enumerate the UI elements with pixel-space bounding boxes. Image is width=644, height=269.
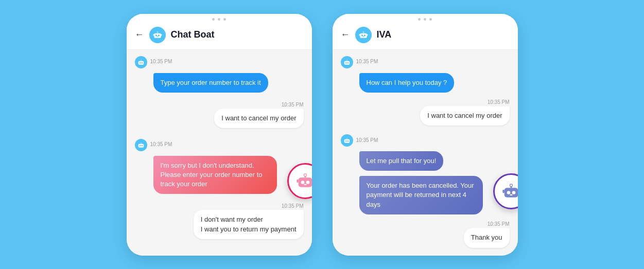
svg-rect-24: [297, 179, 298, 183]
timestamp-user-2-left: 10:35 PM: [282, 203, 304, 209]
user-ts-block-2-right: 10:35 PM Thank you: [341, 221, 510, 247]
phone-top-bar-right: [333, 14, 518, 23]
dot: [418, 18, 421, 21]
mini-bot-icon: [135, 56, 147, 68]
phone-right-title: IVA: [377, 29, 392, 40]
svg-point-43: [346, 138, 347, 139]
svg-point-27: [361, 34, 362, 36]
svg-point-10: [141, 62, 142, 63]
chat-body-left: 10:35 PM Type your order number to track…: [127, 50, 312, 256]
svg-point-40: [345, 140, 346, 141]
timestamp-bot-2-right: 10:35 PM: [356, 137, 378, 143]
dot: [212, 18, 215, 21]
bubble-bot-2a-right: Let me pull that for you!: [359, 151, 444, 171]
svg-rect-0: [154, 33, 161, 38]
bot-ts-row-1: 10:35 PM: [135, 56, 304, 68]
timestamp-bot-1-right: 10:35 PM: [356, 59, 378, 64]
bubble-user-1-left: I want to cancel my order: [214, 109, 303, 128]
timestamp-bot-2-left: 10:35 PM: [150, 141, 172, 147]
svg-point-20: [306, 181, 309, 184]
bot-ts-row-1-right: 10:35 PM: [341, 56, 510, 68]
mini-bot-icon-right-1: [341, 56, 353, 68]
svg-rect-29: [362, 36, 364, 37]
mini-bot-icon-right-2: [341, 134, 353, 147]
bubble-user-1-right: I want to cancel my order: [420, 106, 509, 125]
svg-rect-8: [138, 61, 144, 64]
svg-point-31: [362, 31, 364, 32]
msg-row-bot-1-left: Type your order number to track it: [135, 73, 304, 93]
user-ts-block-1-right: 10:35 PM I want to cancel my order: [341, 99, 510, 125]
svg-rect-18: [298, 177, 311, 187]
bot-ts-row-2-right: 10:35 PM: [341, 134, 510, 147]
dot: [218, 18, 220, 21]
svg-rect-39: [344, 139, 350, 143]
svg-rect-33: [367, 34, 368, 35]
svg-point-36: [347, 62, 348, 63]
svg-point-41: [347, 140, 348, 141]
svg-rect-26: [360, 33, 367, 38]
bot-avatar-right: [355, 27, 372, 43]
back-button-right[interactable]: ←: [341, 29, 350, 40]
bubble-user-2-left: I don't want my orderI want you to retur…: [194, 210, 304, 239]
svg-rect-50: [502, 189, 504, 193]
svg-point-12: [141, 60, 142, 61]
svg-point-45: [507, 191, 510, 194]
back-button-left[interactable]: ←: [135, 29, 144, 40]
timestamp-bot-1-left: 10:35 PM: [150, 59, 172, 64]
bubble-bot-2-left: I'm sorry but I don't understand. Please…: [153, 156, 277, 194]
svg-rect-6: [153, 34, 154, 35]
mini-bot-icon-2: [135, 139, 147, 151]
phone-left: ← Chat Boat: [127, 14, 312, 256]
svg-rect-3: [156, 36, 158, 37]
svg-point-46: [512, 191, 515, 194]
svg-point-2: [158, 34, 159, 36]
svg-point-17: [141, 142, 142, 144]
svg-rect-13: [138, 144, 144, 148]
msg-row-bot-2-left: I'm sorry but I don't understand. Please…: [135, 156, 304, 194]
phone-right: ← IVA: [333, 14, 518, 256]
bot-avatar-left: [149, 27, 166, 43]
svg-rect-32: [359, 34, 360, 35]
bubble-bot-1-right: How can I help you today ?: [359, 73, 455, 93]
dot: [424, 18, 426, 21]
svg-point-28: [363, 34, 365, 36]
phone-top-bar-left: [127, 14, 312, 23]
user-ts-block-1-left: 10:35 PM I want to cancel my order: [135, 102, 304, 128]
timestamp-user-2-right: 10:35 PM: [488, 221, 510, 227]
svg-point-49: [510, 184, 512, 186]
svg-point-9: [140, 62, 141, 63]
bubble-bot-1-left: Type your order number to track it: [153, 73, 268, 93]
user-ts-block-2-left: 10:35 PM I don't want my orderI want you…: [135, 203, 304, 239]
bubble-bot-2b-right: Your order has been cancelled. Your paym…: [359, 176, 483, 214]
msg-row-bot-2b-right: Your order has been cancelled. Your paym…: [341, 176, 510, 214]
msg-row-bot-2a-right: Let me pull that for you!: [341, 151, 510, 171]
svg-point-1: [155, 34, 156, 36]
svg-point-5: [156, 31, 158, 32]
svg-rect-21: [304, 184, 306, 185]
svg-rect-44: [504, 188, 517, 197]
svg-point-14: [140, 145, 141, 146]
svg-point-23: [304, 173, 306, 176]
svg-rect-34: [344, 61, 350, 64]
svg-point-15: [141, 145, 142, 146]
svg-point-19: [301, 181, 304, 184]
svg-point-35: [345, 62, 346, 63]
bubble-user-2-right: Thank you: [464, 228, 510, 247]
svg-point-38: [346, 60, 347, 61]
msg-row-bot-1-right: How can I help you today ?: [341, 73, 510, 93]
svg-rect-7: [161, 34, 162, 35]
chat-body-right: 10:35 PM How can I help you today ? 10:3…: [333, 50, 518, 256]
phone-left-title: Chat Boat: [171, 29, 215, 40]
phone-header-left: ← Chat Boat: [127, 23, 312, 50]
timestamp-user-1-left: 10:35 PM: [282, 102, 304, 107]
phone-header-right: ← IVA: [333, 23, 518, 50]
dot: [223, 18, 226, 21]
svg-rect-47: [510, 194, 512, 195]
dot: [429, 18, 432, 21]
phones-container: ← Chat Boat: [127, 14, 518, 256]
timestamp-user-1-right: 10:35 PM: [488, 99, 510, 105]
bot-ts-row-2: 10:35 PM: [135, 139, 304, 151]
